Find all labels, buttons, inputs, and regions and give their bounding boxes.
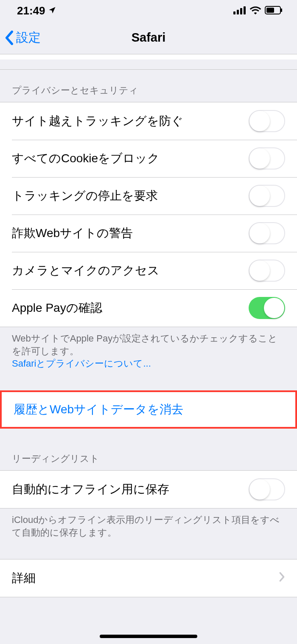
row-clear-history[interactable]: 履歴とWebサイトデータを消去: [2, 392, 295, 427]
privacy-link[interactable]: Safariとプライバシーについて...: [12, 358, 151, 369]
toggle-cross-site[interactable]: [249, 110, 285, 132]
section-header-privacy: プライバシーとセキュリティ: [0, 70, 297, 102]
svg-rect-3: [244, 6, 246, 14]
toggle-fraud-warning[interactable]: [249, 222, 285, 244]
svg-rect-0: [233, 11, 235, 14]
section-footer-privacy: WebサイトでApple Payが設定されているかチェックすることを許可します。…: [0, 327, 297, 383]
footer-text: WebサイトでApple Payが設定されているかチェックすることを許可します。: [12, 333, 277, 356]
row-label: トラッキングの停止を要求: [12, 188, 158, 204]
toggle-camera-mic[interactable]: [249, 260, 285, 282]
location-icon: [48, 4, 56, 17]
toggle-auto-save[interactable]: [249, 478, 285, 500]
row-label: 詳細: [12, 570, 36, 586]
row-auto-save-offline[interactable]: 自動的にオフライン用に保存: [0, 471, 297, 508]
chevron-left-icon: [4, 30, 14, 45]
row-label: Apple Payの確認: [12, 300, 102, 316]
toggle-apple-pay[interactable]: [249, 297, 285, 319]
row-label: カメラとマイクのアクセス: [12, 263, 160, 279]
back-button[interactable]: 設定: [4, 29, 41, 46]
svg-rect-6: [281, 8, 282, 12]
toggle-do-not-track[interactable]: [249, 185, 285, 207]
page-title: Safari: [132, 31, 166, 45]
row-do-not-track[interactable]: トラッキングの停止を要求: [0, 177, 297, 215]
wifi-icon: [249, 4, 261, 17]
row-apple-pay[interactable]: Apple Payの確認: [0, 289, 297, 327]
row-block-cookies[interactable]: すべてのCookieをブロック: [0, 140, 297, 177]
row-cross-site-tracking[interactable]: サイト越えトラッキングを防ぐ: [0, 102, 297, 140]
section-header-reading: リーディングリスト: [0, 429, 297, 470]
row-advanced[interactable]: 詳細: [0, 559, 297, 597]
cellular-icon: [233, 4, 246, 17]
row-label: すべてのCookieをブロック: [12, 150, 160, 167]
toggle-block-cookies[interactable]: [249, 147, 285, 169]
battery-icon: [265, 4, 283, 17]
back-label: 設定: [16, 29, 41, 46]
chevron-right-icon: [279, 571, 285, 585]
navbar: 設定 Safari: [0, 21, 297, 54]
home-indicator[interactable]: [100, 635, 197, 638]
row-label: サイト越えトラッキングを防ぐ: [12, 113, 183, 129]
svg-rect-2: [240, 8, 242, 14]
status-bar: 21:49: [0, 0, 297, 21]
clear-history-label: 履歴とWebサイトデータを消去: [14, 401, 183, 418]
status-time: 21:49: [17, 4, 45, 17]
row-label: 詐欺Webサイトの警告: [12, 225, 133, 241]
section-footer-reading: iCloudからオフライン表示用のリーディングリスト項目をすべて自動的に保存しま…: [0, 508, 297, 551]
svg-rect-1: [237, 10, 239, 14]
row-camera-mic[interactable]: カメラとマイクのアクセス: [0, 252, 297, 289]
row-label: 自動的にオフライン用に保存: [12, 481, 169, 497]
svg-rect-5: [266, 8, 274, 13]
row-fraud-warning[interactable]: 詐欺Webサイトの警告: [0, 215, 297, 252]
